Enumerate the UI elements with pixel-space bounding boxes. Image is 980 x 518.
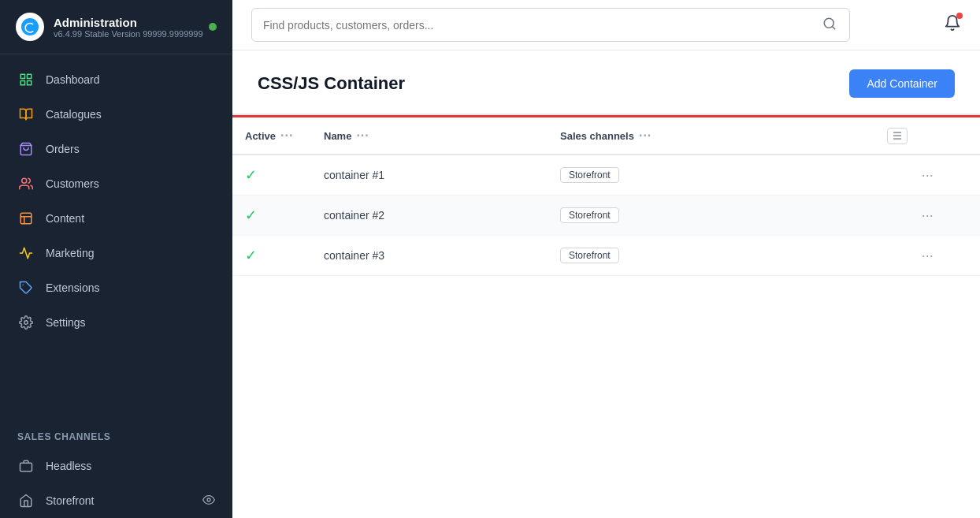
cell-sales-channel-1: Storefront (548, 196, 817, 236)
sales-channel-badge: Storefront (560, 248, 619, 263)
active-col-options-icon[interactable]: ··· (280, 129, 293, 143)
svg-rect-2 (28, 74, 32, 78)
extensions-icon (17, 279, 35, 296)
sidebar-item-customers[interactable]: Customers (0, 166, 232, 201)
catalogues-icon (17, 106, 35, 123)
search-box[interactable] (251, 8, 850, 42)
svg-rect-4 (20, 81, 24, 85)
content-area: CSS/JS Container Add Container Active ··… (232, 50, 980, 518)
notification-badge (956, 13, 963, 19)
active-check-icon: ✓ (245, 207, 257, 223)
svg-point-11 (24, 321, 28, 325)
cell-active-2: ✓ (232, 236, 311, 276)
row-options-icon[interactable]: ··· (922, 248, 934, 263)
content-icon (17, 210, 35, 227)
sales-channels-section-title: Sales Channels (0, 417, 232, 449)
app-name: Administration (54, 16, 209, 29)
sales-channels-list: Headless Storefront ＋ (0, 449, 232, 518)
col-header-name: Name ··· (311, 117, 548, 155)
headless-label: Headless (46, 460, 215, 472)
sales-channel-badge: Storefront (560, 167, 619, 183)
col-header-empty (817, 117, 875, 155)
main-nav: Dashboard Catalogues Orders Customers Co… (0, 54, 232, 417)
sidebar-item-orders[interactable]: Orders (0, 132, 232, 166)
sales-channel-badge: Storefront (560, 207, 619, 223)
row-options-icon[interactable]: ··· (922, 207, 934, 223)
content-label: Content (46, 212, 84, 225)
settings-icon (17, 314, 35, 331)
table-filter-icon[interactable]: ☰ (887, 128, 908, 144)
app-title-block: Administration v6.4.99 Stable Version 99… (54, 16, 209, 39)
add-container-button[interactable]: Add Container (849, 69, 955, 98)
topbar-actions (944, 14, 961, 35)
storefront-label: Storefront (46, 494, 202, 507)
page-header: CSS/JS Container Add Container (232, 50, 980, 115)
active-check-icon: ✓ (245, 248, 257, 263)
sidebar: Administration v6.4.99 Stable Version 99… (0, 0, 232, 518)
table-row: ✓ container #3 Storefront ··· (232, 236, 980, 276)
cell-name-0: container #1 (311, 155, 548, 196)
settings-label: Settings (46, 316, 86, 329)
marketing-label: Marketing (46, 247, 94, 259)
cell-sales-channel-0: Storefront (548, 155, 817, 196)
storefront-eye-icon[interactable] (202, 494, 215, 509)
cell-active-1: ✓ (232, 196, 311, 236)
sidebar-item-dashboard[interactable]: Dashboard (0, 62, 232, 97)
notifications-button[interactable] (944, 14, 961, 35)
cell-row-actions-0[interactable]: ··· (874, 155, 980, 196)
customers-label: Customers (46, 177, 99, 190)
cell-name-2: container #3 (311, 236, 548, 276)
cell-empty-1 (817, 196, 875, 236)
customers-icon (17, 175, 35, 192)
dashboard-label: Dashboard (46, 73, 100, 86)
headless-icon (17, 457, 35, 475)
col-header-sales-channels: Sales channels ··· (548, 117, 817, 155)
dashboard-icon (17, 71, 35, 88)
extensions-label: Extensions (46, 281, 99, 294)
name-col-options-icon[interactable]: ··· (356, 129, 369, 143)
svg-rect-1 (20, 74, 24, 78)
status-indicator (209, 23, 217, 31)
sidebar-item-headless[interactable]: Headless (0, 449, 232, 483)
containers-table: Active ··· Name ··· Sales channels (232, 117, 980, 276)
svg-rect-7 (20, 213, 32, 224)
search-input[interactable] (263, 19, 821, 32)
cell-active-0: ✓ (232, 155, 311, 196)
sales-col-options-icon[interactable]: ··· (639, 129, 651, 143)
sidebar-header: Administration v6.4.99 Stable Version 99… (0, 0, 232, 54)
search-button[interactable] (821, 15, 838, 35)
svg-rect-12 (20, 463, 32, 471)
cell-empty-0 (817, 155, 875, 196)
svg-line-15 (832, 26, 834, 28)
page-title: CSS/JS Container (258, 73, 405, 94)
sidebar-item-catalogues[interactable]: Catalogues (0, 97, 232, 132)
cell-sales-channel-2: Storefront (548, 236, 817, 276)
sidebar-item-storefront[interactable]: Storefront (0, 483, 232, 518)
catalogues-label: Catalogues (46, 108, 102, 121)
svg-point-6 (22, 178, 27, 183)
sidebar-item-extensions[interactable]: Extensions (0, 270, 232, 305)
table-row: ✓ container #1 Storefront ··· (232, 155, 980, 196)
col-header-filter[interactable]: ☰ (874, 117, 980, 155)
sidebar-item-marketing[interactable]: Marketing (0, 236, 232, 270)
app-version: v6.4.99 Stable Version 99999.9999999 (54, 29, 209, 39)
sidebar-item-content[interactable]: Content (0, 201, 232, 236)
col-header-active: Active ··· (232, 117, 311, 155)
cell-row-actions-1[interactable]: ··· (874, 196, 980, 236)
cell-empty-2 (817, 236, 875, 276)
active-check-icon: ✓ (245, 167, 257, 183)
cell-name-1: container #2 (311, 196, 548, 236)
storefront-icon (17, 492, 35, 509)
svg-rect-3 (28, 81, 32, 85)
table-body: ✓ container #1 Storefront ··· ✓ containe… (232, 155, 980, 276)
topbar (232, 0, 980, 50)
orders-label: Orders (46, 143, 80, 155)
table-header-row: Active ··· Name ··· Sales channels (232, 117, 980, 155)
main-content: CSS/JS Container Add Container Active ··… (232, 0, 980, 518)
app-logo (16, 13, 44, 41)
cell-row-actions-2[interactable]: ··· (874, 236, 980, 276)
row-options-icon[interactable]: ··· (922, 167, 934, 183)
table-row: ✓ container #2 Storefront ··· (232, 196, 980, 236)
orders-icon (17, 140, 35, 158)
sidebar-item-settings[interactable]: Settings (0, 305, 232, 340)
